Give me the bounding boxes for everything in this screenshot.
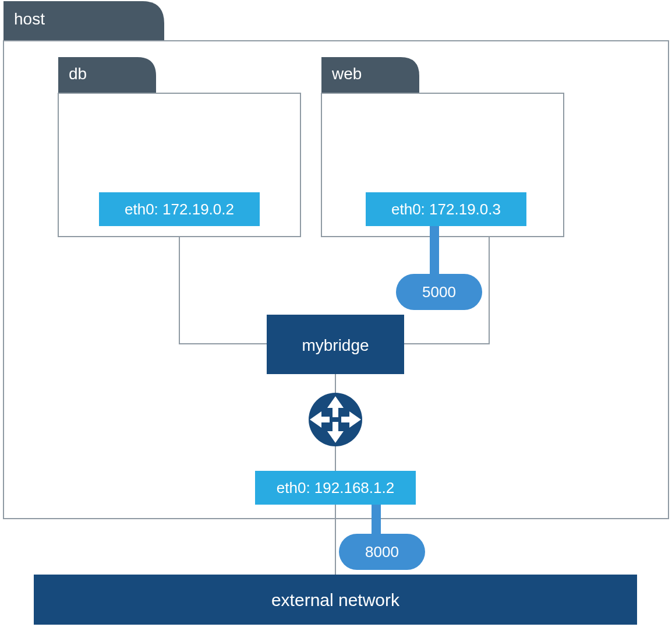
nic-web-eth0: eth0: 172.19.0.3 [366,192,526,226]
svg-rect-12 [333,407,338,417]
host-label: host [14,10,45,28]
nic-db-eth0: eth0: 172.19.0.2 [99,192,260,226]
router-icon [309,393,362,446]
link-web-port-5000 [430,226,439,276]
network-diagram: host db eth0: 172.19.0.2 web eth0: 172.1… [0,0,672,627]
svg-rect-7 [430,226,439,276]
nic-host-eth0-text: eth0: 192.168.1.2 [277,479,394,496]
port-5000: 5000 [396,274,482,310]
svg-rect-14 [333,422,338,432]
port-5000-label: 5000 [422,283,456,301]
container-db-label: db [69,65,87,83]
nic-host-eth0: eth0: 192.168.1.2 [255,471,416,505]
external-network: external network [34,575,637,625]
bridge-mybridge: mybridge [267,315,404,374]
bridge-label: mybridge [302,336,369,354]
nic-web-eth0-text: eth0: 172.19.0.3 [391,200,501,218]
port-8000-label: 8000 [365,543,399,561]
nic-db-eth0-text: eth0: 172.19.0.2 [125,200,234,218]
container-web-label: web [331,65,362,83]
external-network-label: external network [271,590,400,610]
port-8000: 8000 [339,534,425,570]
